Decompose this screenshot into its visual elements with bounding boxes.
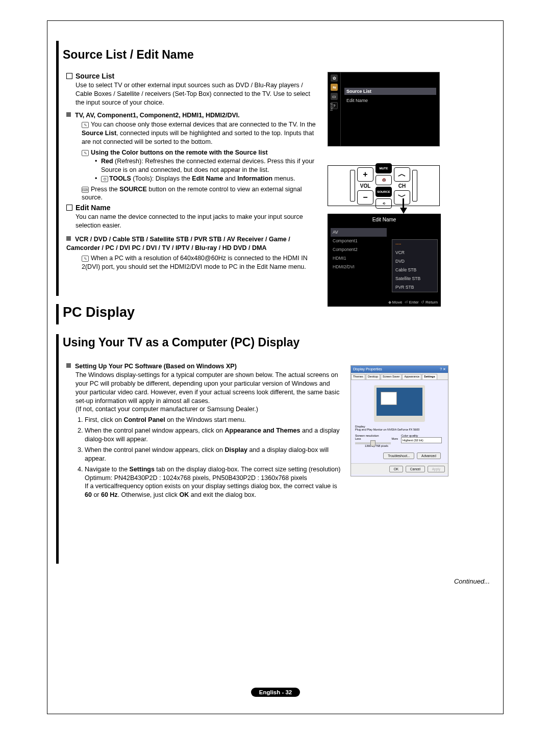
checkbox-icon (66, 205, 72, 211)
pc-steps: First, click on Control Panel on the Win… (85, 416, 342, 499)
osd-drop-item: ---- (392, 240, 437, 248)
xp-apply-button: Apply (428, 466, 445, 472)
section-title-using-tv: Using Your TV as a Computer (PC) Display (63, 336, 299, 349)
osd-item: Component1 (331, 237, 387, 245)
return-icon: ↺ (421, 300, 424, 305)
pc-step-1: First, click on Control Panel on the Win… (85, 416, 342, 424)
vol-up-button: + (357, 167, 373, 182)
pc-setup-contact: (If not, contact your computer manufactu… (76, 405, 342, 414)
ch-up-button: ︿ (394, 167, 410, 182)
xp-cancel-button: Cancel (406, 466, 425, 472)
osd-drop-item: VCR (392, 248, 437, 257)
osd-item: HDMI2/DVI (331, 263, 387, 271)
pc-setup-desc: The Windows display-settings for a typic… (76, 371, 342, 406)
edit-name-block: Edit Name You can name the device connec… (66, 203, 316, 271)
gear-icon: ✿ (331, 74, 338, 82)
osd-edit-name-row: Edit Name (344, 97, 436, 104)
osd-drop-item: Satellite STB (392, 274, 437, 283)
xp-color-select: Highest (32 bit) (401, 437, 442, 443)
source-inputs: TV, AV, Component1, Component2, HDMI1, H… (75, 112, 240, 119)
osd-drop-item: Cable STB (392, 266, 437, 274)
osd-drop-item: DVD (392, 257, 437, 266)
arrow-line (403, 198, 404, 209)
note-icon: ✎ (82, 256, 89, 262)
arrow-down-icon (400, 208, 407, 214)
note-text: You can choose only those external devic… (82, 121, 316, 145)
pip-icon: ▭ (331, 93, 338, 100)
osd-item: HDMI1 (331, 254, 387, 263)
checkbox-icon (66, 73, 72, 79)
continued-label: Continued... (454, 577, 490, 585)
press-source-line: Press the SOURCE button on the remote co… (82, 186, 302, 201)
ch-down-button: ﹀ (394, 190, 410, 205)
input-label: Input (330, 103, 333, 111)
note-color-buttons: Using the Color buttons on the remote wi… (91, 149, 268, 156)
move-icon: ◆ (388, 300, 391, 305)
xp-tab: Themes (351, 374, 365, 380)
section-bar (56, 334, 59, 564)
osd-left-list: AV Component1 Component2 HDMI1 HDMI2/DVI (331, 228, 387, 271)
section-title-source: Source List / Edit Name (63, 48, 194, 62)
osd-dropdown: ---- VCR DVD Cable STB Satellite STB PVR… (392, 239, 438, 292)
xp-tab: Screen Saver (381, 374, 402, 380)
source-list-heading: Source List (76, 72, 114, 80)
xp-resolution-value: 1360 by 768 pixels (355, 444, 398, 447)
source-button: SOURCE (375, 187, 392, 197)
remote-diagram: + VOL − MUTE 🔇 SOURCE ⟲ ︿ CH ﹀ (328, 165, 440, 206)
source-list-desc: Use to select TV or other external input… (76, 81, 316, 107)
tools-icon: ⚙ (101, 176, 108, 182)
xp-monitor-name: Plug and Play Monitor on NVIDIA GeForce … (355, 428, 444, 431)
xp-tabs: Themes Desktop Screen Saver Appearance S… (351, 373, 448, 380)
square-icon (66, 363, 71, 368)
note-icon: ✎ (82, 122, 89, 128)
xp-tab-selected: Settings (422, 374, 437, 380)
pc-step-3: When the control panel window appears, c… (85, 446, 342, 463)
page-number-pill: English - 32 (251, 688, 300, 697)
input-icon: ⇆ (331, 84, 338, 91)
source-list-osd: ✿ ⇆ ▭ ? Input Source List Edit Name (328, 72, 440, 146)
ch-label: CH (398, 183, 406, 189)
section-title-pc: PC Display (63, 305, 135, 320)
edit-name-desc: You can name the device connected to the… (76, 213, 316, 230)
xp-advanced-button: Advanced (417, 452, 441, 459)
pc-block: Setting Up Your PC Software (Based on Wi… (66, 362, 342, 501)
source-list-block: Source List Use to select TV or other ex… (66, 71, 316, 202)
osd-title: Edit Name (328, 214, 441, 225)
tools-line: ⚙TOOLS (Tools): Displays the Edit Name a… (94, 174, 316, 183)
edit-name-osd: Edit Name AV Component1 Component2 HDMI1… (328, 214, 441, 307)
osd-source-list-row: Source List (344, 88, 436, 95)
xp-tab: Appearance (402, 374, 421, 380)
enter-icon: ⏎ (405, 300, 408, 305)
edit-name-list: VCR / DVD / Cable STB / Satellite STB / … (66, 236, 290, 251)
mute-button: MUTE (375, 163, 392, 173)
xp-troubleshoot-button: Troubleshoot... (383, 452, 414, 459)
edit-name-note: When a PC with a resolution of 640x480@6… (82, 255, 308, 270)
note-icon: ✎ (82, 150, 89, 156)
remote-side-right (412, 170, 417, 201)
section-bar (56, 304, 59, 324)
section-bar (56, 41, 59, 296)
edit-name-heading: Edit Name (76, 204, 110, 212)
page-footer: English - 32 (0, 688, 551, 697)
xp-close-icons: ? ✕ (440, 366, 446, 373)
pc-step-4: Navigate to the Settings tab on the disp… (85, 465, 342, 500)
pc-setup-heading: Setting Up Your PC Software (Based on Wi… (75, 363, 237, 370)
square-icon (66, 236, 71, 241)
xp-monitor-graphic (374, 385, 425, 422)
remote-side-left (350, 170, 355, 201)
xp-body: Display Plug and Play Monitor on NVIDIA … (351, 423, 448, 463)
osd-item: Component2 (331, 245, 387, 254)
xp-titlebar: Display Properties ? ✕ (351, 366, 448, 373)
osd-item-av: AV (331, 228, 387, 237)
remote-icon: ⌨ (82, 187, 89, 193)
square-icon (66, 112, 71, 117)
osd-footer: ◆Move ⏎Enter ↺Return (328, 300, 441, 305)
vol-label: VOL (360, 183, 371, 189)
loop-icon: ⟲ (375, 198, 392, 209)
red-refresh-line: Red (Refresh): Refreshes the connected e… (94, 157, 316, 174)
vol-down-button: − (357, 190, 373, 205)
xp-resolution-slider (355, 442, 391, 444)
xp-tab: Desktop (366, 374, 380, 380)
windows-xp-display-properties: Display Properties ? ✕ Themes Desktop Sc… (350, 365, 448, 476)
speaker-icon: 🔇 (375, 175, 392, 185)
